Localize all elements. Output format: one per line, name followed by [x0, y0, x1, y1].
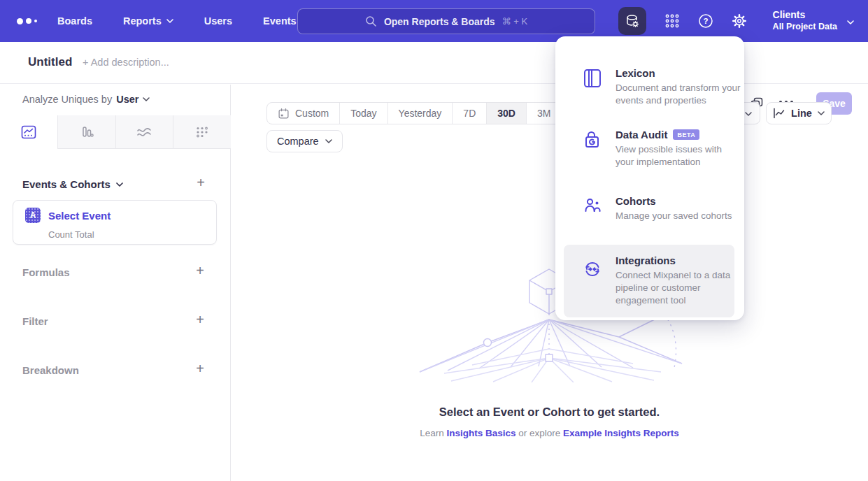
chevron-down-icon — [745, 112, 752, 116]
date-range-7d[interactable]: 7D — [452, 103, 486, 124]
menu-item-cohorts[interactable]: Cohorts Manage your saved cohorts — [564, 185, 734, 232]
insights-basics-link[interactable]: Insights Basics — [446, 428, 515, 438]
chevron-down-icon — [143, 97, 150, 101]
empty-state-heading: Select an Event or Cohort to get started… — [231, 405, 868, 419]
data-management-button[interactable] — [618, 7, 646, 35]
help-icon: ? — [697, 13, 714, 29]
svg-text:?: ? — [703, 17, 708, 25]
select-event-link[interactable]: Select Event — [48, 210, 111, 222]
data-audit-icon — [583, 130, 602, 150]
add-breakdown-button[interactable]: + — [194, 363, 206, 375]
chart-type-tabs — [0, 115, 231, 149]
settings-button[interactable] — [725, 7, 753, 35]
analyze-label: Analyze Uniques by — [22, 94, 112, 105]
search-shortcut: ⌘ + K — [502, 16, 528, 27]
event-card[interactable]: A Select Event Count Total — [13, 200, 217, 245]
date-range-custom[interactable]: Custom — [267, 103, 339, 124]
mixpanel-logo[interactable] — [17, 0, 37, 42]
apps-grid-button[interactable] — [658, 7, 686, 35]
event-letter-badge: A — [25, 208, 41, 223]
add-description-field[interactable]: + Add description... — [83, 57, 169, 68]
menu-item-title: Cohorts — [616, 195, 656, 207]
settings-gear-icon — [731, 13, 748, 29]
tab-stacked-chart[interactable] — [115, 115, 173, 149]
menu-item-data-audit[interactable]: Data Audit BETA View possible issues wit… — [564, 119, 734, 178]
mixpanel-insights-page: Boards Reports Users Events Open Reports… — [0, 0, 868, 481]
date-range-today[interactable]: Today — [339, 103, 387, 124]
menu-item-description: Document and transform your events and p… — [616, 82, 743, 107]
events-cohorts-title[interactable]: Events & Cohorts — [22, 178, 123, 190]
line-chart-icon — [773, 108, 785, 119]
breakdown-label: Breakdown — [22, 364, 79, 376]
calendar-icon — [278, 108, 290, 120]
chevron-down-icon — [116, 182, 123, 187]
data-management-dropdown-panel: Lexicon Document and transform your even… — [555, 36, 744, 320]
metric-tab-icon — [195, 125, 209, 139]
compare-dropdown[interactable]: Compare — [266, 130, 343, 152]
analyze-uniques-row: Analyze Uniques by User — [22, 94, 150, 105]
menu-item-description: Connect Mixpanel to a data pipeline or c… — [616, 269, 743, 308]
chevron-down-icon — [847, 20, 854, 24]
search-placeholder: Open Reports & Boards — [384, 16, 495, 27]
filter-label: Filter — [22, 315, 48, 327]
nav-item-events[interactable]: Events — [263, 15, 297, 27]
chart-style-dropdown[interactable]: Line — [766, 102, 832, 124]
menu-item-title: Lexicon — [616, 67, 655, 79]
project-name: All Project Data — [773, 22, 837, 33]
global-search-input[interactable]: Open Reports & Boards ⌘ + K — [297, 8, 595, 34]
nav-item-users[interactable]: Users — [204, 15, 232, 27]
add-filter-button[interactable]: + — [194, 314, 206, 326]
stacked-chart-tab-icon — [136, 125, 152, 139]
menu-item-lexicon[interactable]: Lexicon Document and transform your even… — [564, 57, 734, 117]
nav-item-reports[interactable]: Reports — [123, 15, 173, 27]
org-name: Clients — [773, 9, 837, 22]
menu-item-description: View possible issues with your implement… — [616, 143, 743, 168]
query-builder-sidebar: Analyze Uniques by User — [0, 85, 231, 481]
lexicon-book-icon — [583, 69, 602, 88]
main-nav: Boards Reports Users Events — [57, 0, 297, 42]
integrations-sync-icon — [583, 260, 602, 278]
nav-item-boards[interactable]: Boards — [57, 15, 92, 27]
menu-item-integrations[interactable]: Integrations Connect Mixpanel to a data … — [564, 245, 734, 317]
line-chart-tab-icon — [21, 125, 36, 139]
analyze-value-dropdown[interactable]: User — [116, 94, 138, 105]
report-title[interactable]: Untitled — [28, 55, 72, 69]
example-insights-reports-link[interactable]: Example Insights Reports — [563, 428, 679, 438]
beta-badge: BETA — [673, 129, 699, 140]
menu-item-description: Manage your saved cohorts — [616, 210, 743, 222]
add-formula-button[interactable]: + — [194, 265, 206, 278]
data-management-icon — [624, 13, 641, 29]
help-button[interactable]: ? — [692, 7, 720, 35]
tab-line-chart[interactable] — [0, 115, 57, 149]
cohorts-people-icon — [583, 196, 602, 215]
navbar-right: ? Clients All Project Data — [618, 0, 868, 42]
menu-item-title: Integrations — [616, 254, 676, 266]
date-range-yesterday[interactable]: Yesterday — [387, 103, 453, 124]
event-aggregation-label[interactable]: Count Total — [48, 229, 94, 240]
formulas-label: Formulas — [22, 266, 70, 278]
top-navbar: Boards Reports Users Events Open Reports… — [0, 0, 868, 42]
empty-state-links: Learn Insights Basics or explore Example… — [231, 428, 868, 438]
apps-grid-icon — [664, 13, 680, 29]
menu-item-title: Data Audit — [616, 129, 667, 141]
chevron-down-icon — [818, 111, 825, 115]
tab-bar-chart[interactable] — [57, 115, 115, 149]
date-range-control: Custom Today Yesterday 7D 30D 3M 6M — [266, 102, 597, 124]
project-selector[interactable]: Clients All Project Data — [773, 9, 837, 32]
search-icon — [365, 15, 377, 27]
chevron-down-icon — [166, 19, 173, 23]
chevron-down-icon — [325, 139, 332, 143]
tab-metrics[interactable] — [173, 115, 231, 149]
bar-chart-tab-icon — [79, 125, 94, 139]
date-range-30d[interactable]: 30D — [486, 103, 526, 124]
add-event-button[interactable]: + — [194, 177, 207, 189]
